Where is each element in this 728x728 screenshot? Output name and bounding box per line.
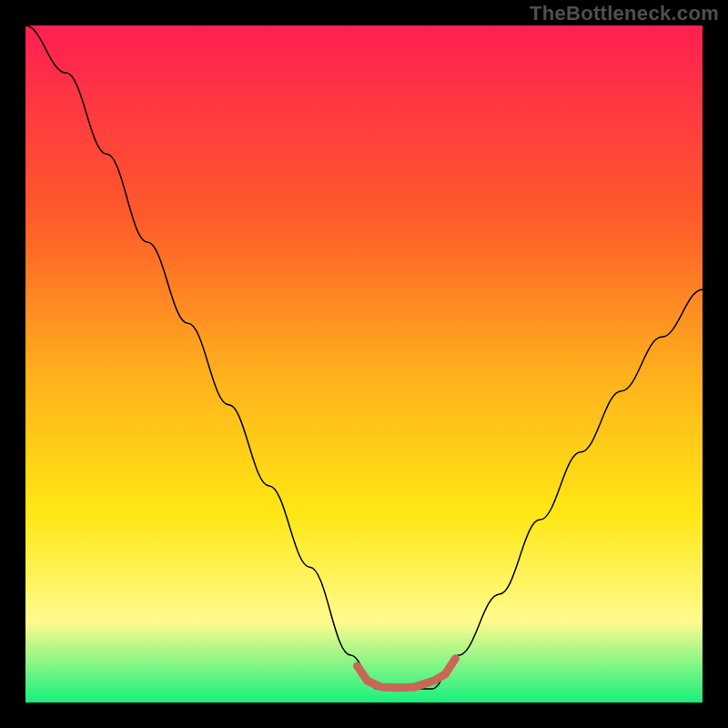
gradient-background [25,25,703,703]
watermark-text: TheBottleneck.com [530,2,719,25]
chart-frame: TheBottleneck.com [0,0,728,728]
chart-svg [25,25,703,703]
plot-area [25,25,703,703]
